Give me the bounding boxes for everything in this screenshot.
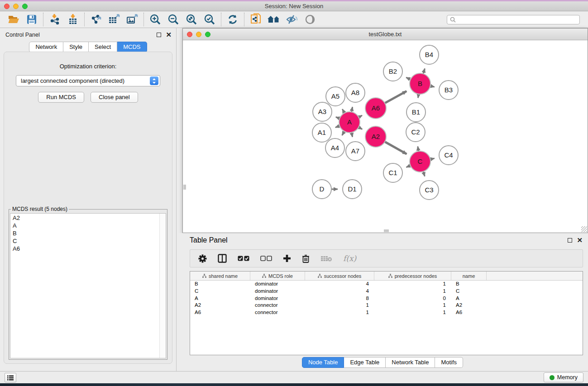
node-B[interactable]: B <box>410 73 430 94</box>
table-row[interactable]: Adominator80A <box>190 295 583 302</box>
resize-grip-icon[interactable] <box>581 226 587 232</box>
result-list-scrollbar[interactable] <box>159 214 166 358</box>
tab-edge-table[interactable]: Edge Table <box>344 357 386 368</box>
node-B2[interactable]: B2 <box>383 62 402 81</box>
home-views-button[interactable] <box>265 13 283 27</box>
mcds-result-item[interactable]: A <box>11 222 158 229</box>
run-mcds-button[interactable]: Run MCDS <box>38 92 84 103</box>
node-A4[interactable]: A4 <box>325 138 344 157</box>
delete-row-button[interactable] <box>302 254 310 263</box>
node-A8[interactable]: A8 <box>346 83 365 102</box>
float-table-panel-icon[interactable] <box>568 238 572 243</box>
close-window-button[interactable] <box>4 4 10 9</box>
table-cell[interactable]: B <box>190 281 250 288</box>
tab-network-table[interactable]: Network Table <box>386 357 435 368</box>
tab-node-table[interactable]: Node Table <box>302 357 344 368</box>
close-panel-button[interactable]: Close panel <box>91 92 138 103</box>
hide-graphics-details-button[interactable] <box>283 13 301 27</box>
node-C3[interactable]: C3 <box>420 181 439 200</box>
table-cell[interactable]: connector <box>250 309 305 316</box>
save-session-button[interactable] <box>23 13 41 27</box>
table-cell[interactable]: connector <box>250 302 305 309</box>
edge-A-A7[interactable] <box>352 133 353 137</box>
table-settings-button[interactable] <box>198 254 207 263</box>
import-network-button[interactable] <box>46 13 64 27</box>
mcds-result-item[interactable]: C <box>11 237 158 245</box>
table-cell[interactable]: 1 <box>374 302 451 309</box>
import-table-button[interactable] <box>64 13 82 27</box>
node-C1[interactable]: C1 <box>383 163 402 182</box>
table-row[interactable]: Bdominator41B <box>190 281 583 288</box>
node-A2[interactable]: A2 <box>365 126 386 147</box>
close-panel-icon[interactable]: ✕ <box>166 33 172 37</box>
node-A6[interactable]: A6 <box>365 98 386 119</box>
zoom-fit-button[interactable] <box>182 13 201 27</box>
table-cell[interactable]: 0 <box>374 295 451 302</box>
node-B4[interactable]: B4 <box>420 45 439 64</box>
edge-A-A4[interactable] <box>342 131 344 135</box>
search-box[interactable] <box>447 15 580 24</box>
node-B3[interactable]: B3 <box>439 81 458 100</box>
zoom-window-button[interactable] <box>22 4 28 9</box>
column-header-predecessor-nodes[interactable]: predecessor nodes <box>374 272 451 280</box>
table-cell[interactable] <box>487 288 583 295</box>
tab-motifs[interactable]: Motifs <box>435 357 463 368</box>
mcds-result-item[interactable]: A6 <box>11 245 158 253</box>
table-cell[interactable]: 4 <box>305 288 374 295</box>
table-cell[interactable]: dominator <box>250 281 305 288</box>
refresh-button[interactable] <box>224 13 242 27</box>
export-network-button[interactable] <box>87 13 105 27</box>
show-columns-button[interactable] <box>218 254 227 263</box>
search-input[interactable] <box>458 16 577 23</box>
zoom-out-button[interactable] <box>164 13 182 27</box>
table-cell[interactable]: 1 <box>374 281 451 288</box>
open-session-button[interactable] <box>5 13 23 27</box>
table-cell[interactable]: A2 <box>451 302 487 309</box>
table-cell[interactable] <box>487 295 583 302</box>
node-D[interactable]: D <box>312 180 331 199</box>
network-canvas[interactable]: B4B2BB3A5A8A6B1A3AC2A1A2A4A7C4CC1C3DD1 <box>183 40 588 233</box>
node-C4[interactable]: C4 <box>439 146 458 165</box>
edge-A-A1[interactable] <box>335 126 340 128</box>
close-table-panel-icon[interactable]: ✕ <box>577 238 583 243</box>
node-C[interactable]: C <box>410 151 430 172</box>
duplicate-network-button[interactable] <box>247 13 265 27</box>
edge-A-A8[interactable] <box>352 107 353 112</box>
table-cell[interactable]: 1 <box>374 288 451 295</box>
table-cell[interactable]: 4 <box>305 281 374 288</box>
export-table-button[interactable] <box>105 13 123 27</box>
zoom-selected-button[interactable] <box>201 13 219 27</box>
column-header-successor-nodes[interactable]: successor nodes <box>305 272 374 280</box>
show-graphics-details-button[interactable] <box>301 13 319 27</box>
table-cell[interactable]: 8 <box>305 295 374 302</box>
edge-B-B4[interactable] <box>423 69 425 74</box>
edge-B-B2[interactable] <box>406 77 411 80</box>
select-all-rows-button[interactable] <box>238 256 249 261</box>
table-cell[interactable]: A2 <box>190 302 250 309</box>
edge-C-C2[interactable] <box>418 147 419 152</box>
table-cell[interactable]: 1 <box>305 309 374 316</box>
table-cell[interactable]: B <box>451 281 487 288</box>
table-cell[interactable]: dominator <box>250 295 305 302</box>
node-B1[interactable]: B1 <box>406 103 425 122</box>
edge-C-C1[interactable] <box>406 166 411 167</box>
edge-B-B3[interactable] <box>430 86 435 87</box>
edge-B-B1[interactable] <box>418 94 419 98</box>
network-window-titlebar[interactable]: testGlobe.txt <box>183 29 588 40</box>
float-panel-icon[interactable] <box>157 33 161 37</box>
table-cell[interactable] <box>487 309 583 316</box>
mcds-result-item[interactable]: A2 <box>11 214 158 222</box>
edge-A-A3[interactable] <box>336 117 340 119</box>
apply-function-button[interactable]: f(x) <box>343 254 356 263</box>
left-scrollbar-thumb[interactable] <box>183 185 186 190</box>
table-cell[interactable]: C <box>190 288 250 295</box>
column-header-shared-name[interactable]: shared name <box>190 272 250 280</box>
tab-select[interactable]: Select <box>89 42 117 52</box>
table-cell[interactable]: A6 <box>451 309 487 316</box>
node-A5[interactable]: A5 <box>326 87 345 106</box>
edge-A6-B[interactable] <box>385 91 406 103</box>
tab-network[interactable]: Network <box>29 42 63 52</box>
table-cell[interactable] <box>487 302 583 309</box>
node-D1[interactable]: D1 <box>343 180 362 199</box>
table-cell[interactable]: dominator <box>250 288 305 295</box>
